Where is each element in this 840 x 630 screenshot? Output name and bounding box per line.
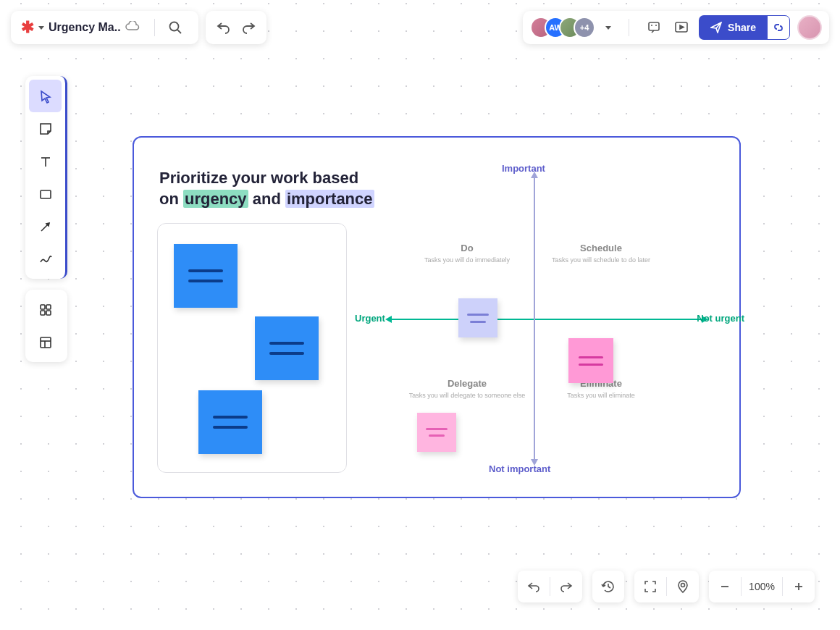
- priority-matrix[interactable]: Important Not important Urgent Not urgen…: [366, 159, 728, 478]
- doc-title[interactable]: Urgency Ma..: [49, 21, 121, 34]
- sticky-note-pink[interactable]: [417, 413, 456, 452]
- app-logo-icon: ✱: [21, 18, 34, 37]
- templates-card: [25, 290, 67, 362]
- label-not-important: Not important: [489, 463, 550, 474]
- sticky-tool[interactable]: [29, 112, 62, 145]
- nav-back-button[interactable]: [518, 571, 550, 602]
- sticky-note-blue-1[interactable]: [174, 244, 238, 308]
- workspace-dropdown-icon[interactable]: [38, 26, 44, 30]
- horizontal-axis: [391, 319, 702, 320]
- main-frame[interactable]: Prioritize your work based on urgency an…: [133, 136, 741, 498]
- share-button[interactable]: Share: [699, 15, 768, 40]
- avatar-more[interactable]: +4: [574, 17, 595, 38]
- view-card: [634, 571, 699, 602]
- sticky-note-lavender[interactable]: [458, 298, 497, 337]
- highlight-importance: importance: [285, 190, 374, 208]
- share-group: Share: [699, 15, 790, 40]
- quadrant-delegate: Delegate Tasks you will delegate to some…: [402, 378, 532, 399]
- templates-button[interactable]: [29, 293, 62, 326]
- frame-title[interactable]: Prioritize your work based on urgency an…: [159, 168, 374, 209]
- sticky-note-magenta[interactable]: [568, 338, 613, 383]
- history-button[interactable]: [592, 571, 624, 602]
- bottom-controls: 100%: [518, 571, 815, 602]
- cursor-tool[interactable]: [29, 80, 62, 112]
- title-line-2: on urgency and importance: [159, 189, 374, 210]
- collaborators-dropdown-icon[interactable]: [605, 26, 611, 30]
- divider: [629, 19, 629, 36]
- header-left: ✱ Urgency Ma..: [11, 11, 266, 44]
- shape-tool[interactable]: [29, 177, 62, 210]
- zoom-out-button[interactable]: [709, 571, 741, 602]
- zoom-card: 100%: [709, 571, 815, 602]
- svg-rect-13: [46, 305, 51, 309]
- redo-button[interactable]: [236, 14, 262, 41]
- svg-marker-6: [680, 25, 684, 29]
- left-toolbar: [25, 76, 67, 362]
- link-icon: [773, 22, 784, 33]
- title-line-1: Prioritize your work based: [159, 168, 374, 189]
- divider: [154, 19, 155, 36]
- highlight-urgency: urgency: [183, 190, 248, 208]
- zoom-level[interactable]: 100%: [742, 581, 782, 592]
- draw-tool[interactable]: [29, 243, 62, 275]
- profile-avatar[interactable]: [797, 15, 822, 40]
- frames-button[interactable]: [29, 326, 62, 358]
- line-tool[interactable]: [29, 210, 62, 243]
- collab-card: AW +4 Share: [523, 11, 829, 44]
- copy-link-button[interactable]: [767, 15, 790, 40]
- zoom-in-button[interactable]: [783, 571, 815, 602]
- history-card: [592, 571, 624, 602]
- location-button[interactable]: [667, 571, 699, 602]
- sticky-note-blue-2[interactable]: [255, 316, 319, 380]
- quadrant-schedule: Schedule Tasks you will schedule to do l…: [536, 243, 666, 264]
- svg-point-19: [681, 584, 685, 587]
- svg-rect-15: [46, 311, 51, 315]
- undo-button[interactable]: [210, 14, 236, 41]
- label-urgent: Urgent: [355, 313, 385, 324]
- svg-point-0: [169, 22, 178, 31]
- svg-line-1: [177, 30, 181, 33]
- sticky-container[interactable]: [157, 223, 347, 473]
- present-button[interactable]: [671, 14, 692, 41]
- svg-rect-12: [41, 305, 45, 309]
- paper-plane-icon: [710, 22, 722, 33]
- svg-rect-14: [41, 311, 45, 315]
- history-nav-card: [518, 571, 582, 602]
- vertical-axis: [534, 177, 535, 460]
- doc-info-card: ✱ Urgency Ma..: [11, 11, 198, 44]
- tools-card: [25, 76, 67, 279]
- sticky-note-blue-3[interactable]: [198, 390, 262, 454]
- svg-rect-9: [41, 190, 51, 198]
- text-tool[interactable]: [29, 145, 62, 177]
- comments-button[interactable]: [644, 14, 664, 41]
- nav-forward-button[interactable]: [550, 571, 582, 602]
- label-not-urgent: Not urgent: [697, 313, 744, 324]
- undo-redo-card: [206, 11, 266, 44]
- quadrant-do: Do Tasks you will do immediately: [402, 243, 532, 264]
- svg-rect-16: [41, 337, 51, 348]
- fit-view-button[interactable]: [634, 571, 666, 602]
- label-important: Important: [502, 163, 545, 174]
- cloud-sync-icon[interactable]: [125, 21, 140, 35]
- header-right: AW +4 Share: [523, 11, 829, 44]
- search-button[interactable]: [162, 14, 188, 41]
- svg-rect-2: [649, 22, 659, 30]
- collaborator-avatars[interactable]: AW +4: [530, 17, 595, 38]
- share-label: Share: [728, 22, 756, 33]
